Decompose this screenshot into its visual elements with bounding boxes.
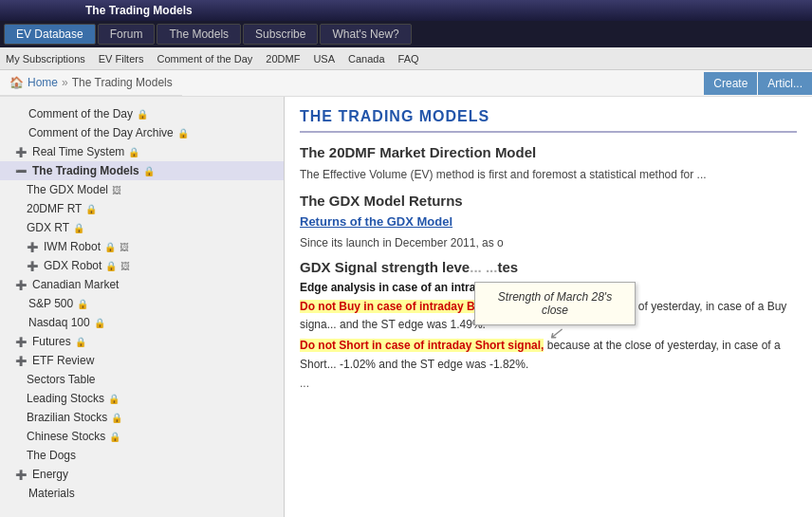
brazilian-stocks-label: Brazilian Stocks [27, 411, 107, 424]
section2-title: The GDX Model Returns [300, 193, 797, 209]
breadcrumb-home[interactable]: Home [28, 76, 58, 89]
section2-subtitle: Returns of the GDX Model [300, 214, 797, 229]
sp500-label: S&P 500 [28, 297, 73, 310]
expand-icon-gdx-robot: ➕ [27, 261, 38, 271]
sidebar-item-gdx-robot[interactable]: ➕ GDX Robot 🔒 🖼 [0, 256, 284, 275]
sidebar-item-futures[interactable]: ➕ Futures 🔒 [0, 332, 284, 351]
tooltip-arrow: ↙ [548, 324, 563, 342]
lock-icon12: 🔒 [108, 394, 120, 404]
lock-icon10: 🔒 [94, 318, 105, 328]
logo-bar: The Trading Models [0, 0, 812, 21]
lock-icon9: 🔒 [77, 299, 88, 309]
expand-icon-energy: ➕ [15, 470, 27, 480]
futures-label: Futures [32, 335, 71, 348]
article-button[interactable]: Articl... [758, 72, 812, 95]
nav-forum[interactable]: Forum [98, 24, 156, 45]
subnav-usa[interactable]: USA [313, 53, 335, 65]
sidebar-item-gdx-rt[interactable]: GDX RT 🔒 [0, 218, 284, 237]
subnav-faq[interactable]: FAQ [398, 53, 419, 65]
lock-icon8: 🔒 [105, 261, 117, 271]
sidebar-item-20dmf-rt[interactable]: 20DMF RT 🔒 [0, 199, 284, 218]
nav-whats-new[interactable]: What's New? [320, 24, 411, 45]
sidebar-item-nasdaq100[interactable]: Nasdaq 100 🔒 [0, 313, 284, 332]
image-icon-iwm: 🖼 [120, 242, 129, 252]
main-layout: Comment of the Day 🔒 Comment of the Day … [0, 97, 812, 517]
sectors-table-label: Sectors Table [27, 373, 96, 386]
expand-icon-futures: ➕ [15, 337, 27, 347]
sidebar-item-real-time[interactable]: ➕ Real Time System 🔒 [0, 142, 284, 161]
sidebar-item-sp500[interactable]: S&P 500 🔒 [0, 294, 284, 313]
nav-ev-database[interactable]: EV Database [4, 24, 96, 45]
sub-nav: My Subscriptions EV Filters Comment of t… [0, 47, 812, 70]
leading-stocks-label: Leading Stocks [27, 392, 104, 405]
tooltip-callout: Strength of March 28's close ↙ [474, 282, 636, 325]
section1-text: The Effective Volume (EV) method is firs… [300, 166, 797, 183]
expand-icon-real-time: ➕ [15, 147, 27, 157]
etf-review-label: ETF Review [32, 354, 94, 367]
gdx-robot-label: GDX Robot [44, 259, 102, 272]
energy-label: Energy [32, 468, 68, 481]
iwm-robot-label: IWM Robot [44, 240, 101, 253]
subnav-ev-filters[interactable]: EV Filters [99, 53, 144, 65]
canadian-market-label: Canadian Market [32, 278, 119, 291]
the-dogs-label: The Dogs [27, 449, 76, 462]
highlight-text2: Do not Short in case of intraday Short s… [300, 339, 544, 352]
sidebar-item-brazilian-stocks[interactable]: Brazilian Stocks 🔒 [0, 408, 284, 427]
chinese-stocks-label: Chinese Stocks [27, 430, 105, 443]
sidebar-item-energy[interactable]: ➕ Energy [0, 465, 284, 484]
page-title: THE TRADING MODELS [300, 108, 797, 133]
image-icon-gdx-robot: 🖼 [120, 261, 130, 271]
breadcrumb: 🏠 Home » The Trading Models [0, 70, 182, 96]
lock-icon7: 🔒 [104, 242, 116, 252]
content-area: THE TRADING MODELS The 20DMF Market Dire… [285, 97, 812, 517]
sidebar-item-the-dogs[interactable]: The Dogs [0, 446, 284, 465]
sidebar-item-iwm-robot[interactable]: ➕ IWM Robot 🔒 🖼 [0, 237, 284, 256]
sidebar-item-leading-stocks[interactable]: Leading Stocks 🔒 [0, 389, 284, 408]
lock-icon5: 🔒 [85, 204, 97, 214]
expand-icon-trading: ➖ [15, 166, 27, 176]
lock-icon13: 🔒 [111, 413, 122, 423]
sidebar-item-chinese-stocks[interactable]: Chinese Stocks 🔒 [0, 427, 284, 446]
expand-icon-iwm: ➕ [27, 242, 38, 252]
nav-subscribe[interactable]: Subscribe [243, 24, 318, 45]
sidebar-item-trading-models[interactable]: ➖ The Trading Models 🔒 [0, 161, 284, 180]
breadcrumb-current: The Trading Models [72, 76, 173, 89]
highlight-line2: Do not Short in case of intraday Short s… [300, 337, 797, 373]
20dmf-rt-label: 20DMF RT [27, 202, 82, 215]
sidebar-item-canadian-market[interactable]: ➕ Canadian Market [0, 275, 284, 294]
section3-title: GDX Signal strength leve... ...tes [300, 259, 797, 275]
subnav-20dmf[interactable]: 20DMF [266, 53, 300, 65]
lock-icon11: 🔒 [75, 337, 86, 347]
top-nav: EV Database Forum The Models Subscribe W… [0, 21, 812, 47]
sidebar-item-sectors-table[interactable]: Sectors Table [0, 370, 284, 389]
materials-label: Materials [28, 487, 75, 500]
subnav-canada[interactable]: Canada [348, 53, 385, 65]
home-icon: 🏠 [9, 76, 24, 89]
comment-day-label: Comment of the Day [28, 107, 133, 120]
create-button[interactable]: Create [704, 72, 757, 95]
image-icon-gdx: 🖼 [112, 185, 121, 195]
tooltip-text: Strength of March 28's close [498, 290, 612, 317]
subnav-subscriptions[interactable]: My Subscriptions [6, 53, 85, 65]
lock-icon14: 🔒 [109, 432, 120, 442]
nav-the-models[interactable]: The Models [157, 24, 241, 45]
lock-icon3: 🔒 [128, 147, 139, 157]
sidebar-item-etf-review[interactable]: ➕ ETF Review [0, 351, 284, 370]
logo-text: The Trading Models [85, 4, 193, 17]
sidebar: Comment of the Day 🔒 Comment of the Day … [0, 97, 285, 517]
sidebar-item-materials[interactable]: Materials [0, 484, 284, 503]
lock-icon: 🔒 [137, 109, 148, 120]
sidebar-item-gdx-model[interactable]: The GDX Model 🖼 [0, 180, 284, 199]
nasdaq100-label: Nasdaq 100 [28, 316, 90, 329]
lock-icon4: 🔒 [143, 166, 155, 176]
sidebar-item-comment-day[interactable]: Comment of the Day 🔒 [0, 104, 284, 123]
lock-icon2: 🔒 [177, 128, 189, 138]
trading-models-label: The Trading Models [32, 164, 139, 177]
expand-icon-etf: ➕ [15, 356, 27, 366]
subnav-comment-day[interactable]: Comment of the Day [157, 53, 252, 65]
section2-text: Since its launch in December 2011, as o [300, 234, 797, 251]
expand-icon-canada: ➕ [15, 280, 27, 290]
lock-icon6: 🔒 [73, 223, 84, 233]
sidebar-item-comment-archive[interactable]: Comment of the Day Archive 🔒 [0, 123, 284, 142]
breadcrumb-sep: » [62, 76, 68, 89]
